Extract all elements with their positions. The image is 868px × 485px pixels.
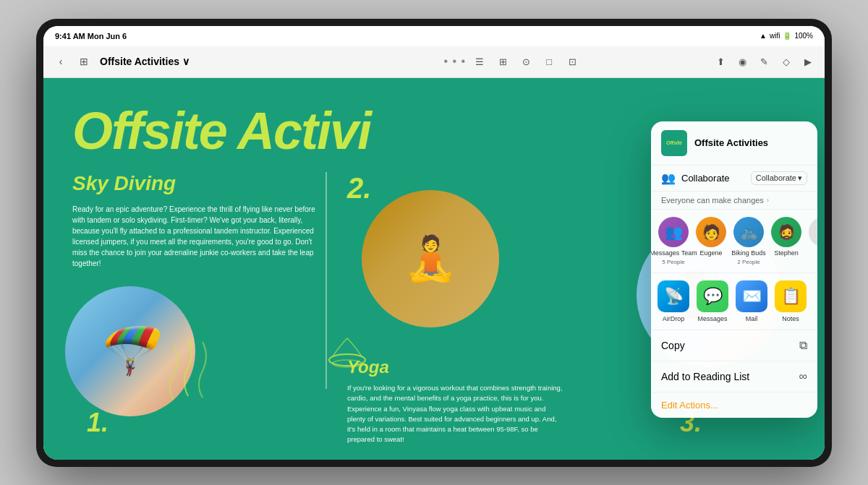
status-right: ▲ wifi 🔋 100% bbox=[760, 32, 813, 40]
avatar-more[interactable]: › bbox=[807, 217, 817, 265]
toolbar-nav: ‹ ⊞ bbox=[51, 51, 94, 72]
airdrop-label: AirDrop bbox=[663, 315, 685, 322]
slide-canvas: Offsite Activi Sky Diving Ready for an e… bbox=[43, 78, 825, 460]
apps-row: 📡 AirDrop 💬 Messages ✉️ Mail 📋 bbox=[651, 273, 817, 330]
everyone-text: Everyone can make changes bbox=[661, 196, 764, 205]
image-icon[interactable]: ⊡ bbox=[563, 52, 582, 71]
toolbar-right: ⬆ ◉ ✎ ◇ ▶ bbox=[712, 52, 817, 71]
messages-icon: 💬 bbox=[697, 280, 728, 312]
avatar-label: Messages Team bbox=[651, 249, 697, 257]
wifi-icon: wifi bbox=[770, 32, 780, 40]
panel-doc-name: Offsite Activities bbox=[694, 137, 768, 148]
yoga-section: Yoga If you're looking for a vigorous wo… bbox=[347, 357, 564, 445]
panel-header: Offsite Offsite Activities bbox=[651, 121, 817, 166]
ipad-device: 9:41 AM Mon Jun 6 ▲ wifi 🔋 100% ‹ ⊞ Offs… bbox=[36, 19, 832, 467]
skydiving-section: Sky Diving Ready for an epic adventure? … bbox=[72, 172, 318, 269]
present-icon[interactable]: ▶ bbox=[799, 52, 817, 71]
collaborate-dropdown[interactable]: Collaborate ▾ bbox=[751, 171, 807, 185]
yoga-figure: 🧘 bbox=[404, 233, 458, 284]
document-title: Offsite Activities bbox=[100, 56, 179, 67]
ipad-screen: 9:41 AM Mon Jun 6 ▲ wifi 🔋 100% ‹ ⊞ Offs… bbox=[43, 26, 825, 460]
dots: • • • bbox=[444, 55, 467, 68]
notes-icon: 📋 bbox=[775, 280, 807, 312]
skydiver-image: 🪂 bbox=[65, 286, 195, 416]
pencil-icon[interactable]: ✎ bbox=[755, 52, 774, 71]
mail-icon: ✉️ bbox=[736, 280, 767, 312]
status-bar: 9:41 AM Mon Jun 6 ▲ wifi 🔋 100% bbox=[43, 26, 825, 46]
grid-icon[interactable]: ⊞ bbox=[493, 52, 512, 71]
divider-line bbox=[326, 172, 327, 389]
copy-label: Copy bbox=[661, 340, 799, 351]
main-content: Offsite Activi Sky Diving Ready for an e… bbox=[43, 78, 825, 460]
airdrop-app[interactable]: 📡 AirDrop bbox=[657, 280, 690, 322]
reading-list-label: Add to Reading List bbox=[661, 371, 799, 382]
avatar-label: Eugene bbox=[699, 249, 722, 257]
skydiver-figure: 🪂 bbox=[95, 308, 178, 388]
avatar-more-circle: › bbox=[809, 217, 817, 247]
avatar-emoji: 🚲 bbox=[740, 223, 758, 241]
chevron-down-icon: ▾ bbox=[798, 173, 802, 183]
yoga-image: 🧘 bbox=[362, 190, 499, 327]
yoga-body: If you're looking for a vigorous workout… bbox=[347, 383, 564, 445]
everyone-row[interactable]: Everyone can make changes › bbox=[651, 192, 817, 210]
status-time: 9:41 AM Mon Jun 6 bbox=[55, 32, 127, 40]
airdrop-icon: 📡 bbox=[658, 280, 689, 312]
list-icon[interactable]: ☰ bbox=[470, 52, 489, 71]
collaborate-row[interactable]: 👥 Collaborate Collaborate ▾ bbox=[651, 166, 817, 192]
reading-list-icon: ∞ bbox=[799, 370, 807, 383]
slide-title: Offsite Activi bbox=[72, 101, 370, 160]
toolbar-center: • • • ☰ ⊞ ⊙ □ ⊡ bbox=[444, 52, 582, 71]
copy-action[interactable]: Copy ⧉ bbox=[651, 330, 817, 361]
toolbar: ‹ ⊞ Offsite Activities ∨ • • • ☰ ⊞ ⊙ □ ⊡… bbox=[43, 46, 825, 78]
comment-icon[interactable]: ◉ bbox=[733, 52, 752, 71]
notes-label: Notes bbox=[782, 315, 799, 322]
battery-icon: 🔋 bbox=[783, 32, 791, 40]
sidebar-toggle-button[interactable]: ⊞ bbox=[74, 51, 94, 72]
reading-list-action[interactable]: Add to Reading List ∞ bbox=[651, 361, 817, 392]
toolbar-title: Offsite Activities ∨ bbox=[100, 56, 190, 67]
notes-app[interactable]: 📋 Notes bbox=[774, 280, 807, 322]
avatar-count: 2 People bbox=[737, 259, 760, 265]
collaborate-label: Collaborate bbox=[681, 173, 745, 184]
panel-document-thumb: Offsite bbox=[661, 130, 687, 156]
back-button[interactable]: ‹ bbox=[51, 51, 71, 72]
signal-icon: ▲ bbox=[760, 32, 767, 40]
avatar-emoji: 🧑 bbox=[702, 223, 720, 241]
avatar-label: Biking Buds bbox=[731, 249, 766, 257]
avatar-emoji: 👥 bbox=[665, 223, 683, 241]
dropdown-arrow[interactable]: ∨ bbox=[182, 56, 190, 67]
shapes-icon[interactable]: ◇ bbox=[777, 52, 796, 71]
avatar-stephen[interactable]: 🧔 Stephen bbox=[770, 217, 803, 265]
avatars-row: 👥 Messages Team 5 People 🧑 Eugene bbox=[651, 210, 817, 273]
avatar-label: Stephen bbox=[774, 249, 799, 257]
share-icon[interactable]: ⬆ bbox=[712, 52, 731, 71]
share-panel: Offsite Offsite Activities 👥 Collaborate… bbox=[651, 121, 817, 418]
copy-icon: ⧉ bbox=[799, 339, 807, 352]
avatar-count: 5 People bbox=[662, 259, 685, 265]
avatar-messages-team[interactable]: 👥 Messages Team 5 People bbox=[657, 217, 690, 265]
skydiving-heading: Sky Diving bbox=[72, 172, 318, 195]
number-one: 1. bbox=[87, 408, 109, 438]
shape-icon[interactable]: □ bbox=[540, 52, 558, 71]
clock-icon[interactable]: ⊙ bbox=[516, 52, 535, 71]
mail-label: Mail bbox=[746, 315, 758, 322]
mail-app[interactable]: ✉️ Mail bbox=[735, 280, 768, 322]
collaborate-icon: 👥 bbox=[661, 171, 676, 185]
chevron-right-icon: › bbox=[767, 197, 769, 204]
skydiving-body: Ready for an epic adventure? Experience … bbox=[72, 204, 318, 269]
battery-percent: 100% bbox=[794, 32, 813, 40]
messages-label: Messages bbox=[697, 315, 727, 322]
avatar-eugene[interactable]: 🧑 Eugene bbox=[694, 217, 728, 265]
avatar-biking-buds[interactable]: 🚲 Biking Buds 2 People bbox=[732, 217, 765, 265]
messages-app[interactable]: 💬 Messages bbox=[696, 280, 729, 322]
yoga-heading: Yoga bbox=[347, 357, 564, 377]
avatar-emoji: 🧔 bbox=[778, 223, 796, 241]
edit-actions[interactable]: Edit Actions... bbox=[651, 392, 817, 418]
